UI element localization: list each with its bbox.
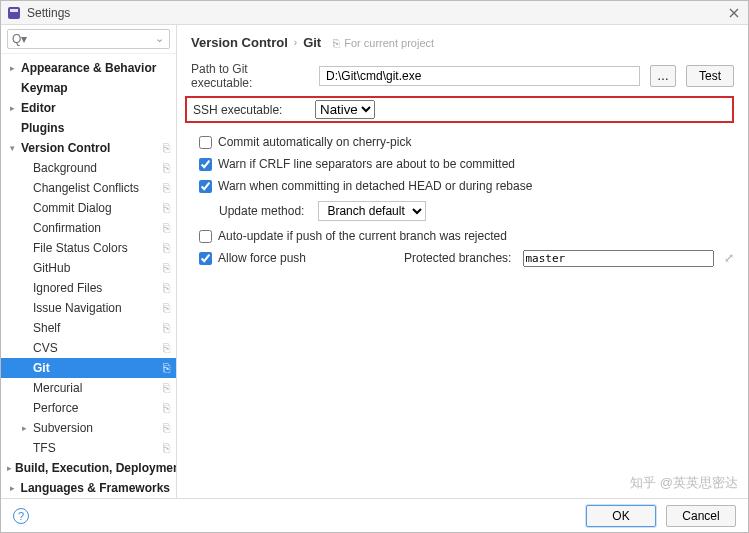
- test-button[interactable]: Test: [686, 65, 734, 87]
- sidebar-item-label: Subversion: [33, 421, 159, 435]
- chk-forcepush[interactable]: [199, 252, 212, 265]
- sync-icon: ⎘: [163, 161, 170, 175]
- sync-icon: ⎘: [333, 37, 340, 49]
- search-input[interactable]: [7, 29, 170, 49]
- sync-icon: ⎘: [163, 241, 170, 255]
- scope-label: For current project: [344, 37, 434, 49]
- breadcrumb: Version Control › Git ⎘ For current proj…: [191, 35, 734, 50]
- row-update-method: Update method: Branch default: [219, 199, 734, 223]
- chevron-right-icon[interactable]: ▸: [7, 483, 18, 493]
- sidebar-item-label: Build, Execution, Deployment: [15, 461, 176, 475]
- chevron-right-icon[interactable]: ▸: [19, 423, 30, 433]
- sidebar-item-ignored-files[interactable]: ▸Ignored Files⎘: [1, 278, 176, 298]
- sidebar-item-commit-dialog[interactable]: ▸Commit Dialog⎘: [1, 198, 176, 218]
- ok-button[interactable]: OK: [586, 505, 656, 527]
- ssh-executable-highlight: SSH executable: Native: [185, 96, 734, 123]
- sidebar-item-github[interactable]: ▸GitHub⎘: [1, 258, 176, 278]
- chevron-right-icon[interactable]: ▸: [7, 103, 18, 113]
- sidebar-item-label: Commit Dialog: [33, 201, 159, 215]
- sidebar-item-shelf[interactable]: ▸Shelf⎘: [1, 318, 176, 338]
- update-method-label: Update method:: [219, 204, 304, 218]
- sidebar-item-file-status-colors[interactable]: ▸File Status Colors⎘: [1, 238, 176, 258]
- sync-icon: ⎘: [163, 401, 170, 415]
- search-container: ⌄: [1, 25, 176, 54]
- settings-tree[interactable]: ▸Appearance & Behavior▸Keymap▸Editor▸Plu…: [1, 54, 176, 498]
- sidebar-item-mercurial[interactable]: ▸Mercurial⎘: [1, 378, 176, 398]
- cancel-button[interactable]: Cancel: [666, 505, 736, 527]
- sidebar-item-languages-frameworks[interactable]: ▸Languages & Frameworks: [1, 478, 176, 498]
- chk-crlf-label: Warn if CRLF line separators are about t…: [218, 157, 515, 171]
- protected-branches-input[interactable]: [523, 250, 714, 267]
- sidebar-item-git[interactable]: ▸Git⎘: [1, 358, 176, 378]
- sync-icon: ⎘: [163, 301, 170, 315]
- chk-commit-auto[interactable]: [199, 136, 212, 149]
- sidebar-item-label: Git: [33, 361, 159, 375]
- sync-icon: ⎘: [163, 321, 170, 335]
- breadcrumb-parent: Version Control: [191, 35, 288, 50]
- sync-icon: ⎘: [163, 341, 170, 355]
- sync-icon: ⎘: [163, 261, 170, 275]
- sidebar-item-version-control[interactable]: ▾Version Control⎘: [1, 138, 176, 158]
- svg-rect-0: [8, 7, 20, 19]
- sync-icon: ⎘: [163, 361, 170, 375]
- ssh-executable-select[interactable]: Native: [315, 100, 375, 119]
- chk-crlf[interactable]: [199, 158, 212, 171]
- sidebar-item-label: Plugins: [21, 121, 170, 135]
- sidebar-item-changelist-conflicts[interactable]: ▸Changelist Conflicts⎘: [1, 178, 176, 198]
- sync-icon: ⎘: [163, 201, 170, 215]
- git-path-input[interactable]: [319, 66, 640, 86]
- sidebar-item-label: TFS: [33, 441, 159, 455]
- dialog-footer: ? OK Cancel: [1, 498, 748, 532]
- sidebar-item-cvs[interactable]: ▸CVS⎘: [1, 338, 176, 358]
- row-commit-auto: Commit automatically on cherry-pick: [199, 131, 734, 153]
- sidebar: ⌄ ▸Appearance & Behavior▸Keymap▸Editor▸P…: [1, 25, 177, 498]
- ssh-executable-label: SSH executable:: [193, 103, 305, 117]
- chevron-right-icon[interactable]: ▸: [7, 463, 12, 473]
- chk-autoupdate-label: Auto-update if push of the current branc…: [218, 229, 507, 243]
- sidebar-item-plugins[interactable]: ▸Plugins: [1, 118, 176, 138]
- chk-forcepush-label: Allow force push: [218, 251, 388, 265]
- sidebar-item-label: Background: [33, 161, 159, 175]
- sidebar-item-confirmation[interactable]: ▸Confirmation⎘: [1, 218, 176, 238]
- main-panel: Version Control › Git ⎘ For current proj…: [177, 25, 748, 498]
- sidebar-item-label: Editor: [21, 101, 170, 115]
- sidebar-item-label: Confirmation: [33, 221, 159, 235]
- row-git-path: Path to Git executable: … Test: [191, 62, 734, 90]
- sidebar-item-label: Mercurial: [33, 381, 159, 395]
- window-title: Settings: [27, 6, 70, 20]
- browse-button[interactable]: …: [650, 65, 676, 87]
- chk-autoupdate[interactable]: [199, 230, 212, 243]
- sidebar-item-appearance-behavior[interactable]: ▸Appearance & Behavior: [1, 58, 176, 78]
- sidebar-item-issue-navigation[interactable]: ▸Issue Navigation⎘: [1, 298, 176, 318]
- close-icon[interactable]: [726, 5, 742, 21]
- sidebar-item-keymap[interactable]: ▸Keymap: [1, 78, 176, 98]
- chk-detached-label: Warn when committing in detached HEAD or…: [218, 179, 532, 193]
- sidebar-item-label: Shelf: [33, 321, 159, 335]
- sidebar-item-tfs[interactable]: ▸TFS⎘: [1, 438, 176, 458]
- sidebar-item-label: Appearance & Behavior: [21, 61, 170, 75]
- chevron-down-icon[interactable]: ▾: [7, 143, 18, 153]
- update-method-select[interactable]: Branch default: [318, 201, 426, 221]
- app-icon: [7, 6, 21, 20]
- sync-icon: ⎘: [163, 421, 170, 435]
- titlebar: Settings: [1, 1, 748, 25]
- git-path-label: Path to Git executable:: [191, 62, 309, 90]
- sidebar-item-build-execution-deployment[interactable]: ▸Build, Execution, Deployment: [1, 458, 176, 478]
- sidebar-item-label: File Status Colors: [33, 241, 159, 255]
- sync-icon: ⎘: [163, 221, 170, 235]
- scope-indicator: ⎘ For current project: [333, 37, 434, 49]
- sidebar-item-label: Changelist Conflicts: [33, 181, 159, 195]
- chk-detached[interactable]: [199, 180, 212, 193]
- sidebar-item-perforce[interactable]: ▸Perforce⎘: [1, 398, 176, 418]
- sidebar-item-background[interactable]: ▸Background⎘: [1, 158, 176, 178]
- svg-rect-1: [10, 9, 18, 12]
- expand-field-icon[interactable]: ⤢: [724, 251, 734, 265]
- chevron-right-icon: ›: [294, 37, 297, 48]
- sidebar-item-subversion[interactable]: ▸Subversion⎘: [1, 418, 176, 438]
- row-forcepush: Allow force push Protected branches: ⤢: [199, 247, 734, 269]
- row-detached: Warn when committing in detached HEAD or…: [199, 175, 734, 197]
- sidebar-item-editor[interactable]: ▸Editor: [1, 98, 176, 118]
- chk-commit-auto-label: Commit automatically on cherry-pick: [218, 135, 411, 149]
- chevron-right-icon[interactable]: ▸: [7, 63, 18, 73]
- help-button[interactable]: ?: [13, 508, 29, 524]
